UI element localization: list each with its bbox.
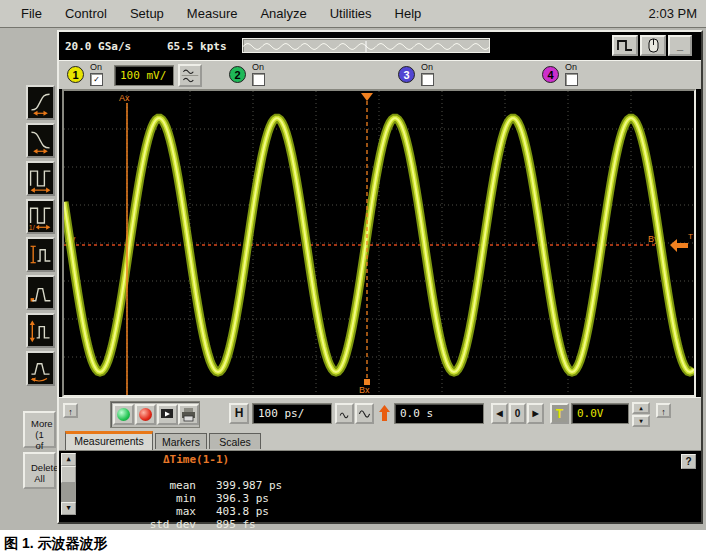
more-button[interactable]: More (1 of 2) [23,411,56,448]
hzoom-in-button[interactable] [355,403,374,424]
menu-help[interactable]: Help [395,6,422,21]
stop-icon [139,408,152,421]
channel-1-on-label: On [90,62,102,72]
menu-analyze[interactable]: Analyze [260,6,306,21]
menu-file[interactable]: File [21,6,42,21]
channel-3-on-checkbox[interactable] [421,73,434,86]
measurement-header: ΔTime(1-1) [163,453,229,466]
clock: 2:03 PM [649,6,697,21]
channel-2-on-toggle: On [252,62,272,86]
spin-down-icon: ▼ [639,417,643,424]
help-button[interactable]: ? [681,454,696,469]
pulse-icon [614,37,636,54]
pulse-mode-button[interactable] [612,35,638,56]
scroll-up-left-button[interactable]: ↑ [63,403,78,418]
channel-4-on-toggle: On [565,62,585,86]
svg-text:Ax: Ax [119,93,130,103]
waveform-display[interactable]: AyByAxBxT [62,89,696,397]
vmax-button[interactable] [26,237,55,272]
coupling-icon [180,66,200,85]
channel-3-on-label: On [421,62,433,72]
run-icon [117,408,130,421]
channel-2-on-checkbox[interactable] [252,73,265,86]
rise-time-icon [28,87,53,118]
period-icon [28,163,53,194]
menu-bar: File Control Setup Measure Analyze Utili… [0,0,706,28]
measurements-panel: ▲ ▼ ΔTime(1-1) mean399.987 ps min396.3 p… [59,450,701,518]
measurement-sidebar: 1/ [0,28,57,530]
tab-measurements[interactable]: Measurements [65,431,153,450]
large-sine-icon [357,405,372,422]
spin-up-icon: ▲ [639,404,643,411]
minimize-icon: _ [677,39,683,51]
vavg-icon [28,353,53,384]
sample-rate-text: 20.0 GSa/s [65,40,131,53]
menu-setup[interactable]: Setup [130,6,164,21]
stddev-label: std dev [120,518,196,531]
channel-2-button[interactable]: 2 [229,66,246,83]
mouse-icon [642,37,664,54]
print-button[interactable] [178,404,199,425]
channel-1-coupling-button[interactable] [178,64,202,87]
stop-button[interactable] [135,404,156,425]
vmax-icon [28,239,53,270]
vamplitude-button[interactable] [26,313,55,348]
menu-measure[interactable]: Measure [187,6,238,21]
menu-control[interactable]: Control [65,6,107,21]
svg-text:Bx: Bx [359,385,370,395]
vmin-icon [28,277,53,308]
trigger-level-spinner: ▲ ▼ [632,402,650,427]
acquisition-preview-bar[interactable] [242,38,490,53]
hzoom-out-button[interactable] [335,403,354,424]
delete-label-2: All [31,473,48,484]
trigger-level-display[interactable]: 0.0V [571,403,629,424]
channel-3-button[interactable]: 3 [398,66,415,83]
pan-left-button[interactable]: ◀ [491,403,508,424]
menu-utilities[interactable]: Utilities [330,6,372,21]
zero-position-button[interactable]: 0 [509,403,526,424]
measurement-row-stddev: std dev895 fs [67,505,256,531]
export-button[interactable] [157,404,178,425]
channel-3-on-toggle: On [421,62,441,86]
scroll-up-button[interactable]: ▲ [61,453,76,466]
pan-right-button[interactable]: ▶ [527,403,544,424]
fall-time-button[interactable] [26,123,55,158]
mouse-pointer-button[interactable] [640,35,666,56]
vavg-button[interactable] [26,351,55,386]
minimize-button[interactable]: _ [668,35,692,56]
run-control-group [110,401,200,428]
channel-1-scale-display[interactable]: 100 mV/ [114,65,174,86]
right-arrow-icon: ▶ [532,409,538,418]
page: File Control Setup Measure Analyze Utili… [0,0,706,560]
up-arrow-icon: ↑ [68,407,73,417]
channel-4-on-checkbox[interactable] [565,73,578,86]
figure-caption: 图 1. 示波器波形 [4,535,107,553]
rise-time-button[interactable] [26,85,55,120]
delete-all-button[interactable]: Delete All [23,452,56,489]
channel-1-button[interactable]: 1 [67,66,84,83]
horizontal-menu-button[interactable]: H [229,403,249,424]
trigger-menu-button[interactable]: T [550,403,569,424]
horizontal-position-display[interactable]: 0.0 s [394,403,484,424]
delete-label-1: Delete [31,462,48,473]
level-up-button[interactable]: ▲ [632,402,650,414]
timebase-display[interactable]: 100 ps/ [252,403,332,424]
scroll-up-icon: ▲ [66,455,70,463]
vamplitude-icon [28,315,53,346]
period-button[interactable] [26,161,55,196]
channel-bar: 1 On ✓ 100 mV/ 2 On 3 On 4 [59,60,701,89]
tab-markers[interactable]: Markers [155,433,207,449]
frequency-icon: 1/ [28,201,53,232]
svg-text:T: T [688,232,693,241]
channel-1-on-checkbox[interactable]: ✓ [90,73,103,86]
frequency-button[interactable]: 1/ [26,199,55,234]
channel-4-button[interactable]: 4 [542,66,559,83]
scroll-up-right-button[interactable]: ↑ [656,403,671,418]
vmin-button[interactable] [26,275,55,310]
more-label-1: More [31,418,48,429]
svg-text:1/: 1/ [29,224,35,231]
memory-depth-text: 65.5 kpts [167,40,227,53]
level-down-button[interactable]: ▼ [632,415,650,427]
run-button[interactable] [113,404,134,425]
tab-scales[interactable]: Scales [209,433,261,449]
